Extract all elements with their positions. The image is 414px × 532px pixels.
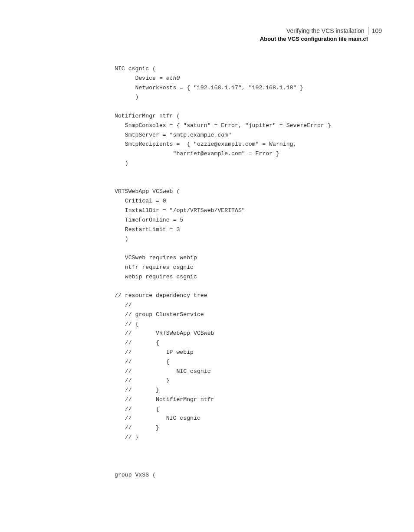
code-line: SmtpRecipients = { "ozzie@example.com" =…	[115, 141, 296, 147]
code-line: // {	[115, 321, 138, 327]
code-line: VRTSWebApp VCSweb (	[115, 188, 180, 195]
code-line: // {	[115, 339, 159, 346]
code-line: //	[115, 302, 132, 308]
code-line: // NIC csgnic	[115, 415, 200, 421]
code-line: "harriet@example.com" = Error }	[115, 150, 279, 157]
code-line: RestartLimit = 3	[115, 226, 180, 233]
code-line: SmtpServer = "smtp.example.com"	[115, 132, 231, 138]
code-line: )	[115, 160, 128, 166]
code-line: // }	[115, 377, 170, 384]
code-line: // IP webip	[115, 349, 194, 356]
chapter-title: Verifying the VCS installation	[286, 27, 368, 34]
code-line: InstallDir = "/opt/VRTSweb/VERITAS"	[115, 207, 245, 214]
code-line: // NIC csgnic	[115, 368, 211, 375]
code-line: // }	[115, 387, 159, 393]
code-line: NetworkHosts = { "192.168.1.17", "192.16…	[115, 85, 303, 91]
code-line: VCSweb requires webip	[115, 255, 197, 261]
code-line: Critical = 0	[115, 198, 166, 204]
code-line: )	[115, 94, 138, 100]
code-line: TimeForOnline = 5	[115, 217, 183, 223]
code-line: // {	[115, 406, 159, 412]
code-line: // {	[115, 359, 170, 365]
code-line: // group ClusterService	[115, 311, 204, 318]
code-italic: eth0	[166, 75, 180, 82]
header-line1: Verifying the VCS installation 109	[260, 27, 382, 35]
code-line: // }	[115, 424, 159, 431]
code-line: SnmpConsoles = { "saturn" = Error, "jupi…	[115, 122, 331, 129]
section-title: About the VCS configuration file main.cf	[260, 36, 382, 42]
header-divider	[368, 27, 368, 35]
code-line: NotifierMngr ntfr (	[115, 113, 180, 119]
code-line: )	[115, 235, 128, 242]
code-line: // VRTSWebApp VCSweb	[115, 330, 214, 336]
code-line: Device =	[115, 75, 166, 82]
code-line: // resource dependency tree	[115, 292, 207, 299]
code-line: group VxSS (	[115, 472, 156, 478]
page-number: 109	[372, 27, 382, 34]
code-line: NIC csgnic (	[115, 65, 156, 72]
code-line: webip requires csgnic	[115, 274, 197, 280]
code-block: NIC csgnic ( Device = eth0 NetworkHosts …	[115, 64, 331, 480]
code-line: // NotifierMngr ntfr	[115, 396, 214, 403]
code-line: ntfr requires csgnic	[115, 264, 194, 271]
code-line: // }	[115, 434, 138, 441]
page-header: Verifying the VCS installation 109 About…	[260, 27, 382, 42]
